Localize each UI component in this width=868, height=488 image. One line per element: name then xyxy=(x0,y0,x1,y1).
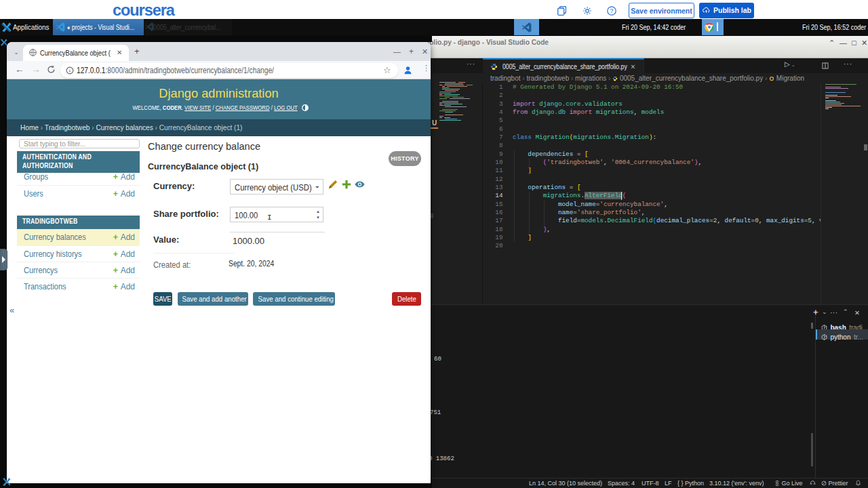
svg-text:?: ? xyxy=(610,7,613,14)
